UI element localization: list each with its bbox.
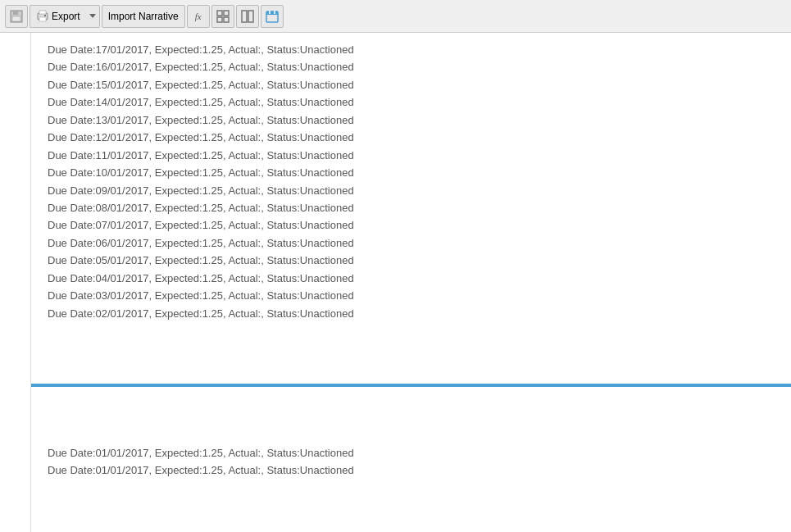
layout-grid1-button[interactable] [211,5,234,28]
svg-rect-12 [248,11,253,22]
list-item: Due Date:08/01/2017, Expected:1.25, Actu… [48,199,775,216]
fx-icon: fx [195,11,202,21]
svg-rect-5 [39,11,46,14]
list-item: Due Date:12/01/2017, Expected:1.25, Actu… [48,129,775,146]
export-group: Export [30,5,100,28]
svg-rect-11 [242,11,247,22]
list-item: Due Date:05/01/2017, Expected:1.25, Actu… [48,252,775,269]
main-content: Due Date:17/01/2017, Expected:1.25, Actu… [0,33,791,532]
save-button[interactable] [5,5,28,28]
print-icon [36,10,49,23]
lower-panel-inner: Due Date:01/01/2017, Expected:1.25, Actu… [48,395,775,524]
list-item: Due Date:10/01/2017, Expected:1.25, Actu… [48,164,775,181]
fx-button[interactable]: fx [187,5,210,28]
list-item: Due Date:02/01/2017, Expected:1.25, Actu… [48,305,775,322]
save-icon [10,10,23,23]
list-item: Due Date:16/01/2017, Expected:1.25, Actu… [48,58,775,75]
export-label: Export [52,11,80,22]
svg-rect-1 [13,11,18,15]
layout-columns-icon [241,10,254,23]
list-item: Due Date:07/01/2017, Expected:1.25, Actu… [48,216,775,234]
lower-data-rows: Due Date:01/01/2017, Expected:1.25, Actu… [48,444,775,480]
svg-rect-4 [39,17,46,21]
list-item: Due Date:13/01/2017, Expected:1.25, Actu… [48,111,775,129]
list-item: Due Date:09/01/2017, Expected:1.25, Actu… [48,182,775,199]
list-item: Due Date:01/01/2017, Expected:1.25, Actu… [48,444,775,462]
calendar-button[interactable] [261,5,284,28]
upper-panel-inner: Due Date:17/01/2017, Expected:1.25, Actu… [48,41,775,375]
list-item: Due Date:04/01/2017, Expected:1.25, Actu… [48,270,775,287]
export-button[interactable]: Export [30,5,86,28]
svg-rect-7 [217,11,222,16]
sidebar [0,33,31,532]
import-narrative-button[interactable]: Import Narrative [102,5,185,28]
upper-data-rows: Due Date:17/01/2017, Expected:1.25, Actu… [48,41,775,322]
list-item: Due Date:14/01/2017, Expected:1.25, Actu… [48,93,775,111]
list-item: Due Date:11/01/2017, Expected:1.25, Actu… [48,147,775,164]
svg-rect-14 [266,11,278,15]
list-item: Due Date:01/01/2017, Expected:1.25, Actu… [48,462,775,479]
svg-rect-8 [224,11,229,16]
svg-rect-2 [12,16,20,21]
panels-area: Due Date:17/01/2017, Expected:1.25, Actu… [31,33,791,532]
list-item: Due Date:06/01/2017, Expected:1.25, Actu… [48,234,775,252]
toolbar: Export Import Narrative fx [0,0,791,33]
layout-grid1-icon [216,10,230,23]
export-dropdown-button[interactable] [86,5,100,28]
list-item: Due Date:15/01/2017, Expected:1.25, Actu… [48,76,775,93]
lower-panel: Due Date:01/01/2017, Expected:1.25, Actu… [31,385,791,532]
svg-rect-9 [217,17,222,22]
svg-point-6 [44,15,46,16]
calendar-icon [266,10,279,23]
list-item: Due Date:03/01/2017, Expected:1.25, Actu… [48,287,775,304]
upper-panel: Due Date:17/01/2017, Expected:1.25, Actu… [31,33,791,385]
chevron-down-icon [89,14,96,18]
list-item: Due Date:17/01/2017, Expected:1.25, Actu… [48,41,775,58]
import-narrative-label: Import Narrative [108,11,179,22]
layout-columns-button[interactable] [236,5,259,28]
svg-rect-10 [224,17,229,22]
